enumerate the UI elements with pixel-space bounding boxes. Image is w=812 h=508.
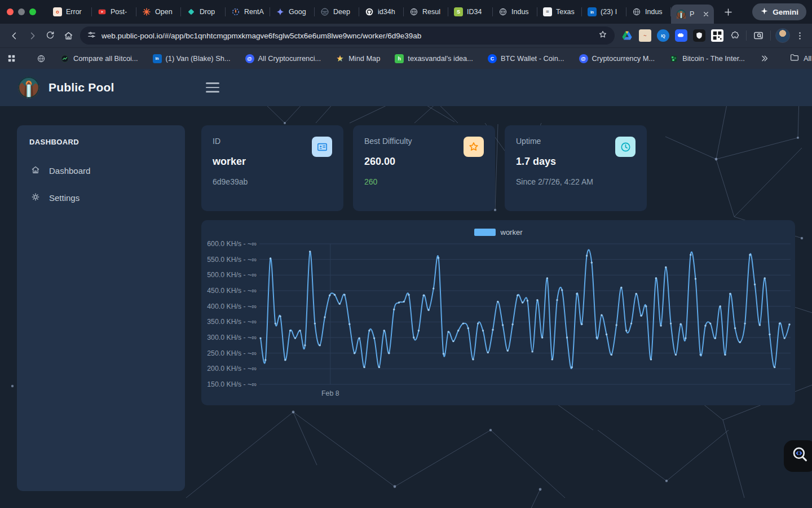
home-button[interactable] <box>60 27 77 44</box>
tab-label: ID34 <box>467 8 482 16</box>
bookmark-label: Mind Map <box>348 54 380 63</box>
tab[interactable]: Drop <box>181 0 226 24</box>
zoom-window-button[interactable] <box>29 8 36 15</box>
avatar <box>775 28 790 43</box>
forward-button[interactable] <box>24 27 41 44</box>
drive-extension-icon[interactable] <box>619 28 635 43</box>
chart-compare-favicon <box>60 54 69 63</box>
tab-label: RentA <box>244 8 264 16</box>
shield-extension-icon[interactable] <box>691 28 707 43</box>
bookmark-item[interactable]: @All Cryptocurrenci... <box>242 52 325 65</box>
y-tick-label: 200.0 KH/s - ~∞ <box>207 365 257 373</box>
tab[interactable]: Deep <box>315 0 359 24</box>
tab[interactable]: in(23) I <box>582 0 626 24</box>
hamburger-menu-icon[interactable] <box>203 78 222 97</box>
tab-close-icon[interactable] <box>703 11 709 17</box>
tab[interactable]: Post- <box>92 0 136 24</box>
sidebar-item-dashboard[interactable]: Dashboard <box>29 160 173 182</box>
coinbase-favicon: C <box>488 54 497 63</box>
address-bar[interactable]: web.public-pool.io/#/app/bc1qnhtcmgpmxkm… <box>80 27 615 45</box>
tab[interactable]: Resul <box>404 0 448 24</box>
drive-extension-icon <box>621 29 633 42</box>
tab-label: Goog <box>289 8 306 16</box>
tab-label: Post- <box>111 8 127 16</box>
sidebar-item-settings[interactable]: Settings <box>29 187 173 209</box>
tab[interactable]: =Texas <box>537 0 582 24</box>
art-extension-icon[interactable]: ~ <box>637 28 653 43</box>
bookmark-label: All Cryptocurrenci... <box>258 54 321 63</box>
y-tick-label: 300.0 KH/s - ~∞ <box>207 334 257 341</box>
bookmark-item[interactable]: Compare all Bitcoi... <box>57 52 142 65</box>
tab-search-icon[interactable] <box>751 28 766 43</box>
tab-label: Error <box>66 8 82 16</box>
gemini-button[interactable]: Gemini <box>752 3 806 20</box>
page-title: Public Pool <box>48 81 114 94</box>
new-tab-button[interactable] <box>720 3 736 20</box>
diamond-favicon <box>187 7 196 16</box>
bookmark-item[interactable]: in(1) Van (Blake) Sh... <box>149 52 234 65</box>
qr-extension-icon[interactable] <box>709 28 725 43</box>
inspect-element-bubble[interactable] <box>784 440 812 472</box>
profile-avatar[interactable] <box>775 28 791 43</box>
divider <box>770 30 771 41</box>
gemini-sparkle-favicon <box>276 7 285 16</box>
sidebar-nav: DashboardSettings <box>29 160 173 209</box>
tab-active[interactable]: P <box>671 5 714 24</box>
bookmark-label: Compare all Bitcoi... <box>73 54 138 63</box>
sidebar-item-label: Settings <box>49 193 80 203</box>
linkedin-favicon: in <box>153 54 162 63</box>
tab-label: id34h <box>378 8 395 16</box>
card-value: 260.00 <box>364 156 484 168</box>
all-bookmarks-button[interactable]: All Bookmarks <box>786 50 812 67</box>
iq-extension-icon[interactable]: IQ <box>655 28 671 43</box>
bookmark-item[interactable]: CBTC Wallet - Coin... <box>484 52 568 65</box>
tab[interactable]: Goog <box>270 0 315 24</box>
tab[interactable]: RentA <box>226 0 270 24</box>
bookmarks-overflow-icon[interactable] <box>760 51 769 67</box>
card-value: 1.7 days <box>516 156 636 168</box>
tab[interactable]: Indus <box>493 0 537 24</box>
tab[interactable]: Indus <box>626 0 671 24</box>
back-button[interactable] <box>6 27 23 44</box>
tab[interactable]: SID34 <box>448 0 493 24</box>
home-icon <box>30 165 41 177</box>
hashrate-line <box>261 250 789 369</box>
linkedin-favicon: in <box>588 7 597 16</box>
tab[interactable]: id34h <box>359 0 404 24</box>
tab[interactable]: oError <box>47 0 92 24</box>
extensions-puzzle-icon[interactable] <box>726 28 742 43</box>
tab-label: Drop <box>200 8 215 16</box>
url-text[interactable]: web.public-pool.io/#/app/bc1qnhtcmgpmxkm… <box>102 32 593 40</box>
folder-icon <box>789 52 800 64</box>
chart-legend[interactable]: worker <box>474 228 522 237</box>
site-info-icon[interactable] <box>87 30 96 42</box>
tab-label: Indus <box>511 8 529 16</box>
apps-grid-icon[interactable] <box>7 51 16 67</box>
legend-swatch <box>474 229 495 236</box>
stat-card-best-difficulty: Best Difficulty260.00260 <box>353 125 495 211</box>
tab[interactable]: Open <box>136 0 181 24</box>
star-multicolor-favicon <box>336 54 345 63</box>
public-pool-logo <box>18 77 39 98</box>
bookmark-item[interactable]: Mind Map <box>332 52 383 65</box>
reload-button[interactable] <box>42 27 59 44</box>
bookmark-item[interactable]: htexasvandal's idea... <box>391 52 476 65</box>
bookmark-item[interactable]: Bitcoin - The Inter... <box>666 52 748 65</box>
close-window-button[interactable] <box>7 8 14 15</box>
tab-label: Deep <box>333 8 350 16</box>
h-green-favicon: h <box>395 54 404 63</box>
github-favicon <box>365 7 374 16</box>
legend-label: worker <box>500 228 522 237</box>
globe-favicon <box>37 54 46 63</box>
dashed-circle-favicon <box>231 7 240 16</box>
sidebar: DASHBOARD DashboardSettings <box>17 125 185 491</box>
y-tick-label: 500.0 KH/s - ~∞ <box>207 271 257 279</box>
card-subtext: 6d9e39ab <box>213 177 332 186</box>
bookmark-item[interactable]: @Cryptocurrency M... <box>576 52 659 65</box>
tab-label: Texas <box>556 8 575 16</box>
bookmark-star-icon[interactable] <box>598 29 608 42</box>
bookmark-item[interactable] <box>33 52 49 65</box>
menu-kebab-icon[interactable] <box>792 28 807 43</box>
ai-brain-extension-icon[interactable] <box>673 28 689 43</box>
minimize-window-button[interactable] <box>18 8 25 15</box>
